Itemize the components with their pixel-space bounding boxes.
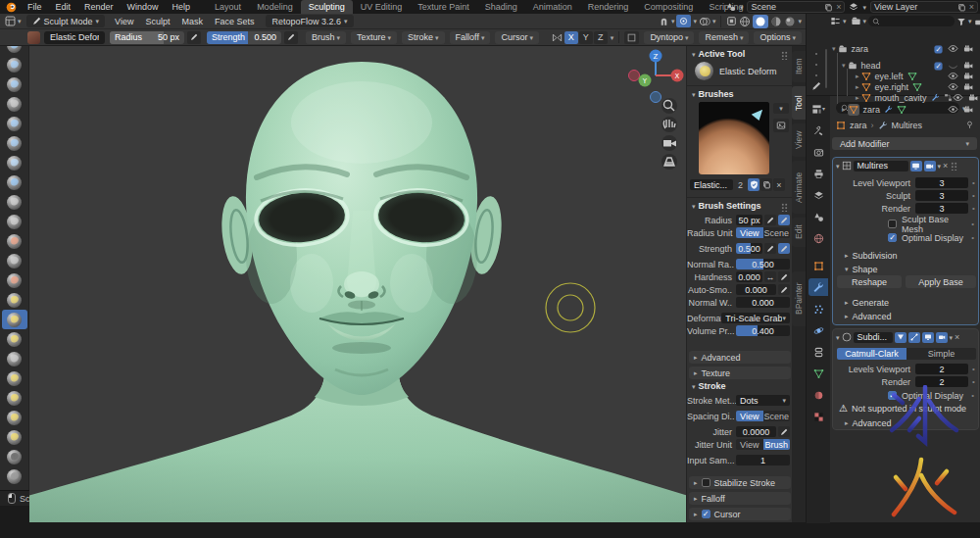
apply-base-button[interactable]: Apply Base	[906, 275, 976, 288]
display-realtime-icon[interactable]	[922, 332, 934, 343]
properties-tab-world[interactable]	[808, 229, 828, 247]
symmetry-axis-y[interactable]: Y	[579, 31, 593, 44]
pen-icon[interactable]	[778, 426, 790, 437]
viewport-visibility-eye-icon[interactable]	[948, 43, 958, 54]
tool-clay-strips[interactable]	[2, 74, 27, 94]
workspace-tab-sculpting[interactable]: Sculpting	[301, 0, 353, 14]
radius-field[interactable]: 50 px	[736, 215, 762, 225]
snap-chevron[interactable]: ▾	[671, 18, 675, 24]
duplicate-brush-icon[interactable]	[760, 178, 772, 191]
overlays-chevron[interactable]: ▾	[712, 18, 716, 24]
outliner-item-label[interactable]: eye.right	[875, 82, 909, 92]
close-modifier-icon[interactable]: ×	[943, 161, 948, 171]
outliner-row-eye-right[interactable]: ▸eye.right	[856, 81, 977, 92]
tool-rotate[interactable]	[2, 408, 27, 427]
breadcrumb-item[interactable]: Multires	[892, 121, 923, 130]
funnel-chevron[interactable]: ▾	[968, 18, 972, 24]
advanced-section[interactable]: ▸Advanced	[833, 417, 978, 428]
sidebar-tab-tool[interactable]: Tool	[792, 86, 806, 120]
selectable-checkbox[interactable]: ✓	[934, 43, 943, 54]
properties-tab-modifiers[interactable]	[808, 278, 828, 296]
sidebar-tab-bpainter[interactable]: BPainter	[792, 271, 806, 326]
outliner-row-eye-left[interactable]: ▸eye.left	[856, 71, 977, 81]
extend-icon[interactable]: ↔	[764, 271, 776, 282]
annotate-pen-icon[interactable]	[811, 81, 821, 91]
animate-dot[interactable]: •	[972, 191, 975, 200]
snap-magnet-icon[interactable]	[659, 16, 669, 26]
tool-multi-plane-scrape[interactable]	[2, 251, 27, 270]
shading-material-icon[interactable]	[770, 16, 782, 27]
tool-nudge[interactable]	[2, 388, 27, 408]
spacing-di--option-view[interactable]: View	[736, 411, 763, 421]
display-render-icon[interactable]	[936, 332, 948, 343]
mode-selector[interactable]: Sculpt Mode▾	[26, 15, 106, 27]
panel-collapse-chevron[interactable]: ▾	[836, 334, 840, 341]
algo-option-simple[interactable]: Simple	[906, 348, 976, 360]
tool-thumb[interactable]	[2, 349, 27, 368]
outliner-row-zara[interactable]: ▸zara	[842, 104, 977, 115]
brush-popover[interactable]: Brush▾	[306, 31, 346, 44]
level-viewport-value-field[interactable]: 3	[915, 177, 968, 188]
symmetry-chevron[interactable]: ▾	[611, 34, 614, 41]
brush-thumbnail-icon[interactable]	[27, 31, 40, 44]
workspace-tab-shading[interactable]: Shading	[477, 0, 525, 14]
tool-layer[interactable]	[2, 114, 27, 133]
retopoflow-button[interactable]: RetopoFlow 3.2.6▾	[266, 15, 353, 27]
tool-inflate[interactable]	[2, 133, 27, 153]
modifier-name-field[interactable]: Subdi...	[854, 332, 893, 343]
workspace-tab-uv-editing[interactable]: UV Editing	[353, 0, 411, 14]
pen-icon[interactable]	[764, 243, 776, 254]
levels-viewport-value-field[interactable]: 2	[915, 364, 968, 374]
outliner-item-label[interactable]: zara	[863, 105, 881, 115]
properties-tab-material[interactable]	[808, 386, 828, 404]
tool-blob[interactable]	[2, 153, 27, 172]
auto-smo--field[interactable]: 0.000	[736, 284, 776, 295]
normal-ra--field[interactable]: 0.500	[736, 259, 790, 269]
tool-slide-relax[interactable]	[2, 427, 27, 447]
new-collection-icon[interactable]	[974, 17, 980, 26]
optimal-display-checkbox[interactable]: ✓	[888, 233, 897, 242]
render-visibility-camera-icon[interactable]	[963, 81, 973, 92]
viewport-visibility-eye-icon[interactable]	[948, 60, 958, 71]
dyntopo-popover[interactable]: Dyntopo▾	[644, 31, 694, 44]
workspace-tab-animation[interactable]: Animation	[525, 0, 580, 14]
properties-tab-object[interactable]	[808, 257, 828, 274]
brush-name-field[interactable]: Elastic...	[690, 179, 733, 190]
view-layer-selector-chevron[interactable]: ▾	[862, 4, 866, 11]
blender-logo-icon[interactable]	[6, 2, 17, 13]
stroke-section-header[interactable]: ▾Stroke	[692, 381, 726, 391]
active-tool-section-header[interactable]: ▾Active Tool	[692, 49, 745, 59]
section-cursor[interactable]: ▸✓Cursor	[689, 508, 791, 520]
viewport-visibility-eye-icon[interactable]	[953, 92, 963, 103]
properties-tab-texture[interactable]	[808, 408, 828, 425]
sculpt-base-mesh-checkbox[interactable]	[888, 220, 897, 228]
modifier-name-field[interactable]: Multires	[854, 161, 908, 171]
brush-preview[interactable]	[699, 102, 769, 174]
stroke-popover[interactable]: Stroke▾	[402, 31, 445, 44]
outliner-item-label[interactable]: mouth_cavity	[875, 93, 927, 103]
properties-tab-view-layer[interactable]	[808, 186, 828, 204]
workspace-tab-compositing[interactable]: Compositing	[636, 0, 701, 14]
outliner-row-head[interactable]: ▾head✓	[842, 60, 977, 71]
properties-editor-type-icon[interactable]: ▾	[808, 100, 828, 118]
animate-dot[interactable]: •	[972, 377, 975, 386]
viewport-visibility-eye-icon[interactable]	[948, 81, 958, 92]
menu-help[interactable]: Help	[166, 2, 198, 12]
panel-collapse-chevron[interactable]: ▾	[836, 163, 840, 170]
section-falloff[interactable]: ▸Falloff	[689, 492, 791, 505]
display-realtime-icon[interactable]	[910, 161, 922, 171]
section-advanced[interactable]: ▸Advanced	[689, 351, 791, 364]
menu-file[interactable]: File	[21, 2, 49, 12]
pen-icon[interactable]	[764, 215, 776, 225]
breadcrumb-object[interactable]: zara	[850, 121, 867, 130]
render-value-field[interactable]: 3	[915, 203, 968, 214]
viewport-menu-mask[interactable]: Mask	[175, 17, 209, 26]
properties-tab-render[interactable]	[808, 143, 828, 161]
tool-pose[interactable]	[2, 368, 27, 388]
shading-chevron[interactable]: ▾	[798, 18, 802, 24]
workspace-tab-rendering[interactable]: Rendering	[580, 0, 637, 14]
scene-selector-chevron[interactable]: ▾	[740, 4, 744, 11]
render-visibility-camera-icon[interactable]	[963, 43, 973, 54]
radius-unit-option-view[interactable]: View	[736, 227, 763, 238]
brush-user-count[interactable]: 2	[734, 180, 747, 190]
